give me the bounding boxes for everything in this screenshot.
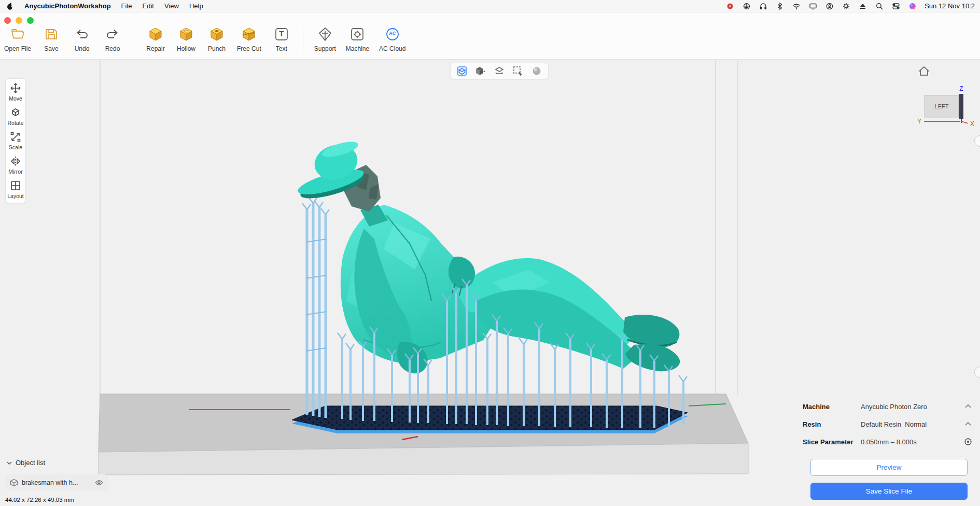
save-button[interactable]: Save: [41, 26, 62, 52]
display-icon[interactable]: [808, 2, 817, 10]
menubar-clock[interactable]: Sun 12 Nov 10:2: [925, 2, 975, 10]
orientation-cube[interactable]: LEFT: [925, 94, 963, 119]
supports-back: [302, 197, 329, 418]
move-tool[interactable]: Move: [6, 82, 25, 102]
ac-cloud-icon: AC: [384, 26, 401, 43]
model-dimensions: 44.02 x 72.26 x 49.03 mm: [5, 497, 74, 503]
menu-file[interactable]: File: [121, 2, 132, 10]
preview-button[interactable]: Preview: [810, 459, 968, 476]
svg-text:Y: Y: [917, 118, 921, 125]
window-toolbar: Open File Save Undo Redo Repair H: [0, 12, 980, 60]
layout-tool[interactable]: Layout: [6, 180, 25, 199]
render-mode-icon[interactable]: [474, 65, 487, 77]
slice-parameter-value: 0.050mm – 8.000s: [861, 438, 962, 446]
cube-icon: [10, 479, 18, 487]
undo-icon: [74, 26, 90, 43]
machine-label: Machine: [803, 403, 861, 411]
chevron-up-icon[interactable]: [962, 420, 974, 428]
punch-button[interactable]: Punch: [206, 26, 227, 52]
search-icon[interactable]: [875, 2, 884, 10]
selection-icon[interactable]: [512, 65, 524, 77]
support-mast-braces: [306, 239, 327, 351]
toolbar-separator: [303, 27, 303, 54]
user-circle-icon[interactable]: [825, 2, 834, 10]
home-view-icon[interactable]: [919, 67, 929, 75]
headphones-icon[interactable]: [759, 2, 767, 10]
redo-button[interactable]: Redo: [102, 26, 123, 52]
view-toolbar: [450, 63, 549, 79]
gear-icon[interactable]: [842, 2, 850, 10]
close-window-button[interactable]: [4, 17, 11, 24]
svg-text:Z: Z: [959, 85, 963, 92]
zoom-window-button[interactable]: [27, 17, 34, 24]
text-icon: T: [273, 26, 290, 43]
ac-cloud-button[interactable]: AC AC Cloud: [379, 26, 405, 52]
camera-view-icon[interactable]: [456, 65, 468, 77]
text-button[interactable]: T Text: [271, 26, 292, 52]
rotate-tool[interactable]: Rotate: [6, 107, 25, 126]
save-slice-file-button[interactable]: Save Slice File: [810, 483, 968, 500]
eject-icon[interactable]: [858, 2, 867, 10]
free-cut-icon: [241, 26, 257, 43]
machine-value[interactable]: Anycubic Photon Zero: [861, 403, 962, 411]
menu-help[interactable]: Help: [189, 2, 203, 10]
traffic-lights: [4, 17, 34, 24]
measure-icon[interactable]: [493, 65, 506, 77]
shading-sphere-icon[interactable]: [530, 65, 543, 77]
gizmo-wrap: LEFT Z Y X: [910, 60, 980, 135]
visibility-eye-icon[interactable]: [95, 479, 103, 487]
machine-row[interactable]: Machine Anycubic Photon Zero: [803, 398, 974, 415]
open-file-icon: [9, 26, 26, 43]
siri-icon[interactable]: [908, 2, 917, 10]
wifi-icon[interactable]: [792, 2, 801, 10]
apple-menu-icon[interactable]: [5, 2, 14, 10]
object-list-item[interactable]: brakesman with h...: [5, 474, 108, 490]
save-icon: [43, 26, 60, 43]
tool-palette: Move Rotate Scale Mirror Layout: [5, 78, 26, 203]
resin-row[interactable]: Resin Default Resin_Normal: [803, 415, 974, 433]
app-name: AnycubicPhotonWorkshop: [24, 2, 111, 10]
machine-button[interactable]: Machine: [346, 26, 369, 52]
menu-view[interactable]: View: [164, 2, 179, 10]
chevron-up-icon[interactable]: [962, 402, 974, 411]
object-list-title: Object list: [16, 459, 45, 467]
slice-settings-icon[interactable]: [962, 438, 974, 446]
support-button[interactable]: Support: [314, 26, 336, 52]
menu-bar: AnycubicPhotonWorkshop File Edit View He…: [0, 0, 980, 12]
open-file-button[interactable]: Open File: [4, 26, 31, 52]
hollow-icon: [178, 26, 194, 43]
free-cut-button[interactable]: Free Cut: [237, 26, 261, 52]
slice-parameter-label: Slice Parameter: [803, 438, 861, 446]
slice-settings-panel: Machine Anycubic Photon Zero Resin Defau…: [803, 398, 974, 500]
scale-tool[interactable]: Scale: [6, 131, 25, 150]
object-item-name: brakesman with h...: [22, 479, 91, 486]
resin-value[interactable]: Default Resin_Normal: [861, 420, 962, 428]
menu-edit[interactable]: Edit: [143, 2, 154, 10]
mirror-tool[interactable]: Mirror: [6, 156, 25, 175]
resin-label: Resin: [803, 420, 861, 428]
repair-button[interactable]: Repair: [145, 26, 166, 52]
machine-icon: [349, 26, 366, 43]
redo-icon: [104, 26, 121, 43]
punch-icon: [208, 26, 225, 43]
object-list-header[interactable]: Object list: [6, 459, 45, 467]
globe-icon[interactable]: [742, 2, 751, 10]
svg-text:X: X: [970, 120, 974, 128]
minimize-window-button[interactable]: [16, 17, 22, 24]
chevron-down-icon: [6, 460, 12, 466]
viewport: Move Rotate Scale Mirror Layout: [0, 60, 980, 506]
gizmo-face-label: LEFT: [935, 103, 949, 109]
hollow-button[interactable]: Hollow: [176, 26, 197, 52]
bluetooth-icon[interactable]: [775, 2, 784, 10]
slice-parameter-row[interactable]: Slice Parameter 0.050mm – 8.000s: [803, 433, 974, 451]
control-center-icon[interactable]: [891, 2, 900, 10]
support-icon: [317, 26, 333, 43]
undo-button[interactable]: Undo: [72, 26, 92, 52]
red-flower-icon[interactable]: [725, 2, 734, 10]
toolbar-separator: [134, 27, 134, 54]
repair-icon: [147, 26, 164, 43]
